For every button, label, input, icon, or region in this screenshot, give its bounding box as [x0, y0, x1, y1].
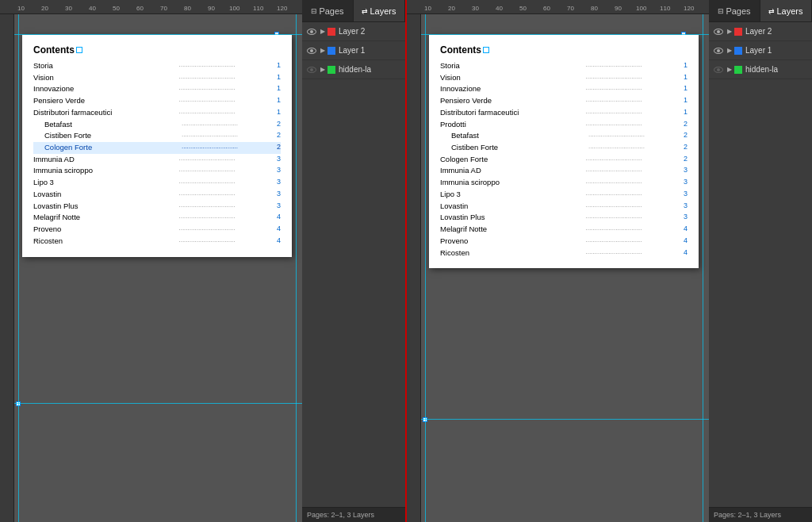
layer-color-hidden-left	[327, 66, 335, 74]
eye-icon-layer2-right	[714, 29, 723, 35]
toc-entry-page: 4	[672, 224, 688, 236]
tab-pages-left[interactable]: ⊟ Pages	[302, 0, 354, 21]
layer-vis-layer2-right[interactable]	[712, 25, 725, 38]
toc-entry-label: Immunia sciroppo	[440, 177, 556, 189]
tab-layers-label-right: Layers	[776, 6, 802, 16]
toc-entry-dots: ................................	[149, 224, 265, 236]
toc-entry-dots: ................................	[149, 83, 265, 95]
toc-row: Distributori farmaceutici...............…	[33, 107, 281, 119]
toc-row: Betafast................................…	[33, 119, 281, 131]
toc-row: Melagrif Notte..........................…	[440, 224, 688, 236]
toc-entry-label: Immunia AD	[33, 154, 149, 166]
layers-spacer-left	[302, 79, 405, 507]
layer-item-layer2-right[interactable]: ▶ Layer 2	[709, 22, 812, 41]
panel-tabs-left: ⊟ Pages ⇄ Layers	[302, 0, 405, 22]
toc-entry-label: Vision	[440, 72, 556, 84]
panel-status-right: Pages: 2–1, 3 Layers	[709, 507, 812, 522]
toc-entry-label: Prodotti	[440, 119, 556, 131]
tab-pages-label-right: Pages	[726, 6, 750, 16]
toc-entry-page: 1	[265, 72, 281, 84]
toc-entry-label: Betafast	[451, 130, 561, 142]
toc-row: Immunia AD..............................…	[33, 154, 281, 166]
toc-row: Cistiben Forte..........................…	[440, 142, 688, 154]
toc-entry-page: 2	[672, 154, 688, 166]
doc-title-right: Contents	[440, 44, 688, 56]
toc-entry-label: Lipo 3	[33, 177, 149, 189]
layers-panel-left: ⊟ Pages ⇄ Layers ▶ Layer 2 ▶ Layer 1	[302, 0, 405, 522]
layer-vis-layer2-left[interactable]	[305, 25, 318, 38]
toc-entry-page: 3	[265, 201, 281, 213]
toc-row: Immunia sciroppo........................…	[440, 177, 688, 189]
toc-entry-label: Lovastin	[33, 189, 149, 201]
toc-row: Prodotti................................…	[440, 119, 688, 131]
toc-entry-dots: ................................	[556, 72, 672, 84]
toc-entry-dots: ................................	[155, 119, 265, 131]
tab-layers-left[interactable]: ⇄ Layers	[354, 0, 405, 21]
toc-entry-page: 1	[672, 60, 688, 72]
layer-color-layer2-left	[327, 28, 335, 36]
layer-arrow-layer2-right: ▶	[727, 28, 732, 35]
layer-item-layer1-right[interactable]: ▶ Layer 1	[709, 41, 812, 60]
toc-entry-page: 3	[672, 189, 688, 201]
layer-vis-layer1-left[interactable]	[305, 44, 318, 57]
guide-h-bottom-left	[14, 403, 302, 404]
layer-arrow-layer2-left: ▶	[320, 28, 325, 35]
toc-row: Innovazione.............................…	[33, 83, 281, 95]
toc-entry-label: Storia	[33, 60, 149, 72]
tab-pages-right[interactable]: ⊟ Pages	[709, 0, 760, 21]
toc-entry-dots: ................................	[556, 119, 672, 131]
ruler-vertical-right	[407, 14, 421, 522]
layers-swap-icon-left: ⇄	[362, 7, 368, 15]
toc-entry-label: Immunia sciroppo	[33, 165, 149, 177]
toc-entry-page: 3	[265, 177, 281, 189]
toc-entry-page: 3	[265, 189, 281, 201]
toc-entry-page: 2	[265, 130, 281, 142]
guide-v-left1	[18, 14, 19, 522]
toc-row: Lovastin Plus...........................…	[440, 212, 688, 224]
layer-arrow-hidden-right: ▶	[727, 66, 732, 73]
toc-entry-page: 3	[672, 165, 688, 177]
layer-item-layer2-left[interactable]: ▶ Layer 2	[302, 22, 405, 41]
toc-entry-dots: ................................	[149, 189, 265, 201]
toc-entry-label: Melagrif Notte	[440, 224, 556, 236]
layer-item-layer1-left[interactable]: ▶ Layer 1	[302, 41, 405, 60]
toc-entry-dots: ................................	[149, 95, 265, 107]
guide-h-bottom-right	[421, 419, 709, 420]
tab-pages-label-left: Pages	[319, 6, 343, 16]
toc-entry-dots: ................................	[556, 83, 672, 95]
toc-entry-page: 4	[265, 224, 281, 236]
layer-item-hidden-right[interactable]: ▶ hidden-la	[709, 60, 812, 79]
layer-name-hidden-left: hidden-la	[339, 65, 371, 74]
toc-entry-page: 4	[672, 236, 688, 248]
tab-layers-right[interactable]: ⇄ Layers	[760, 0, 812, 21]
toc-row: Immunia sciroppo........................…	[33, 165, 281, 177]
right-panel: 10 20 30 40 50 60 70 80 90 100 110 120 C…	[407, 0, 812, 522]
toc-entry-label: Proveno	[33, 224, 149, 236]
toc-entry-dots: ................................	[556, 212, 672, 224]
toc-entry-page: 3	[672, 201, 688, 213]
layer-color-hidden-right	[734, 66, 742, 74]
toc-entry-page: 3	[265, 165, 281, 177]
toc-entry-dots: ................................	[556, 107, 672, 119]
toc-row: Immunia AD..............................…	[440, 165, 688, 177]
layer-vis-hidden-right[interactable]	[712, 63, 725, 76]
toc-entry-page: 4	[265, 236, 281, 248]
toc-entry-dots: ................................	[155, 142, 265, 154]
toc-row: Lipo 3................................3	[33, 177, 281, 189]
toc-entry-page: 2	[265, 142, 281, 154]
layer-vis-hidden-left[interactable]	[305, 63, 318, 76]
toc-entry-label: Ricosten	[440, 248, 556, 259]
toc-entry-dots: ................................	[149, 72, 265, 84]
toc-entry-label: Immunia AD	[440, 165, 556, 177]
toc-entry-page: 3	[672, 177, 688, 189]
canvas-left: Contents Storia.........................…	[14, 14, 302, 522]
toc-entry-page: 2	[672, 130, 688, 142]
toc-entry-dots: ................................	[149, 212, 265, 224]
toc-entry-dots: ................................	[149, 177, 265, 189]
layer-item-hidden-left[interactable]: ▶ hidden-la	[302, 60, 405, 79]
toc-entry-label: Lipo 3	[440, 189, 556, 201]
toc-row: Proveno................................4	[33, 224, 281, 236]
toc-entry-page: 3	[265, 154, 281, 166]
toc-entry-label: Cologen Forte	[44, 142, 155, 154]
layer-vis-layer1-right[interactable]	[712, 44, 725, 57]
